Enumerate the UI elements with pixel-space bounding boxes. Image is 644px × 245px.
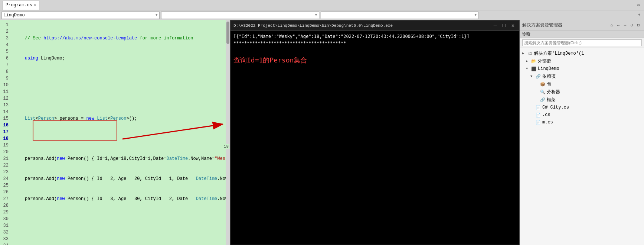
tree-item-package[interactable]: 📦 包 — [520, 80, 644, 88]
code-line-3 — [14, 75, 223, 82]
collapse-icon[interactable]: ⊟ — [635, 22, 642, 29]
analyzer-label: 分析器 — [547, 89, 560, 95]
tree-item-external[interactable]: ▶ 📂 外部源 — [520, 57, 644, 65]
city-file-icon: 📄 — [535, 104, 541, 110]
tree-item-cs2[interactable]: 📄 .cs — [520, 111, 644, 119]
mcs-file-icon: 📄 — [535, 119, 541, 125]
cs2-file-label: .cs — [542, 112, 550, 117]
solution-explorer-panel: 解决方案资源管理器 ⌂ ← → ↺ ⊟ 诊断 ▶ 🗂 解决方案'LinqDemo… — [520, 20, 644, 245]
console-chinese-text: 查询Id=1的Person集合 — [233, 57, 516, 64]
editor-scrollbar[interactable] — [226, 20, 230, 245]
code-line-4 — [14, 95, 223, 102]
code-container: 1 2 3 4 5 6 7 8 9 10 11 12 13 14 15 16 1… — [0, 20, 230, 245]
solution-icon: 🗂 — [527, 51, 533, 57]
console-body: [{"Id":1,"Name":"Wesky","Age":18,"Date":… — [231, 31, 519, 245]
dropdown-label: LinqDemo — [3, 13, 25, 18]
tree-item-project[interactable]: ▼ ⬛ LinqDemo — [520, 65, 644, 72]
type-dropdown[interactable]: ▼ — [321, 12, 479, 19]
add-file-icon[interactable]: + — [636, 12, 643, 19]
forward-icon[interactable]: → — [622, 22, 628, 29]
settings-icon[interactable]: ⚙ — [635, 2, 642, 9]
back-icon[interactable]: ← — [615, 22, 622, 29]
tree-item-deps[interactable]: ▼ 🔗 依赖项 — [520, 72, 644, 80]
framework-icon: 🔗 — [540, 97, 546, 103]
city-file-label: C# City.cs — [542, 105, 569, 110]
solution-explorer-title: 解决方案资源管理器 — [522, 22, 608, 28]
code-editor[interactable]: 1 2 3 4 5 6 7 8 9 10 11 12 13 14 15 16 1… — [0, 20, 230, 245]
toolbar2: LinqDemo ▼ ▼ ▼ + — [0, 10, 644, 20]
main-layout: 1 2 3 4 5 6 7 8 9 10 11 12 13 14 15 16 1… — [0, 20, 644, 245]
solution-search-bar — [520, 38, 644, 48]
deps-icon: 🔗 — [535, 74, 541, 80]
tree-item-solution[interactable]: ▶ 🗂 解决方案'LinqDemo'(1 — [520, 49, 644, 57]
tree-arrow-solution: ▶ — [522, 51, 526, 55]
tree-item-city-cs[interactable]: 📄 C# City.cs — [520, 104, 644, 111]
console-close-btn[interactable]: ✕ — [510, 22, 516, 29]
namespace-dropdown[interactable]: LinqDemo ▼ — [1, 12, 160, 19]
tab-bar: Program.cs × ⚙ — [0, 0, 644, 10]
external-icon: 📂 — [531, 58, 537, 64]
tree-item-framework[interactable]: 🔗 框架 — [520, 96, 644, 104]
console-minimize-btn[interactable]: — — [492, 22, 498, 29]
scrollbar-thumb[interactable] — [226, 22, 229, 44]
tab-program-cs[interactable]: Program.cs × — [2, 1, 39, 10]
console-title: D:\VS2022_Project\LinqDemo\LinqDemo\bin\… — [233, 23, 490, 28]
tab-label: Program.cs — [6, 3, 32, 8]
code-line-6 — [14, 135, 223, 142]
line-numbers: 1 2 3 4 5 6 7 8 9 10 11 12 13 14 15 16 1… — [0, 20, 11, 245]
solution-tree: ▶ 🗂 解决方案'LinqDemo'(1 ▶ 📂 外部源 ▼ ⬛ LinqDem… — [520, 48, 644, 128]
console-json-output: [{"Id":1,"Name":"Wesky","Age":18,"Date":… — [233, 33, 516, 40]
console-window: D:\VS2022_Project\LinqDemo\LinqDemo\bin\… — [230, 20, 520, 245]
type-dropdown-arrow: ▼ — [474, 13, 477, 17]
project-icon: ⬛ — [531, 66, 537, 72]
console-stars: ****************************************… — [233, 40, 516, 46]
home-icon[interactable]: ⌂ — [608, 22, 615, 29]
project-label: LinqDemo — [538, 66, 559, 71]
console-restore-btn[interactable]: □ — [501, 22, 507, 29]
cs2-file-icon: 📄 — [535, 112, 541, 118]
deps-label: 依赖项 — [542, 73, 556, 80]
code-line-7: persons.Add(new Person() { Id=1,Age=18,C… — [14, 155, 223, 162]
solution-search-input[interactable] — [522, 39, 642, 46]
tree-arrow-deps: ▼ — [530, 75, 534, 78]
method-dropdown-arrow: ▼ — [315, 13, 317, 17]
tab-close-btn[interactable]: × — [34, 3, 36, 7]
line-18-marker: 18 — [223, 144, 229, 149]
diag-label: 诊断 — [522, 32, 530, 36]
code-line-1: // See https://aka.ms/new-console-templa… — [14, 35, 223, 42]
diag-panel: 诊断 — [520, 30, 644, 38]
code-line-9: persons.Add(new Person() { Id = 3, Age =… — [14, 196, 223, 202]
tree-arrow-project: ▼ — [526, 67, 530, 71]
tree-item-analyzer[interactable]: 🔍 分析器 — [520, 88, 644, 96]
tree-item-mcs[interactable]: 📄 m.cs — [520, 119, 644, 126]
package-icon: 📦 — [540, 81, 546, 87]
analyzer-icon: 🔍 — [540, 89, 546, 95]
solution-label: 解决方案'LinqDemo'(1 — [534, 50, 584, 57]
code-line-10 — [14, 216, 223, 222]
framework-label: 框架 — [547, 97, 556, 103]
code-line-5: List<Person> persons = new List<Person>(… — [14, 115, 223, 122]
code-line-8: persons.Add(new Person() { Id = 2, Age =… — [14, 175, 223, 182]
external-label: 外部源 — [538, 58, 551, 64]
mcs-file-label: m.cs — [542, 120, 553, 125]
console-titlebar: D:\VS2022_Project\LinqDemo\LinqDemo\bin\… — [231, 20, 519, 31]
solution-explorer-titlebar: 解决方案资源管理器 ⌂ ← → ↺ ⊟ — [520, 20, 644, 30]
code-line-11 — [14, 236, 223, 242]
code-text[interactable]: // See https://aka.ms/new-console-templa… — [11, 20, 226, 245]
method-dropdown[interactable]: ▼ — [161, 12, 319, 19]
tree-arrow-external: ▶ — [526, 59, 530, 63]
package-label: 包 — [547, 81, 551, 87]
refresh-icon[interactable]: ↺ — [628, 22, 635, 29]
code-line-2: using LinqDemo; — [14, 55, 223, 62]
dropdown-arrow: ▼ — [156, 13, 158, 17]
